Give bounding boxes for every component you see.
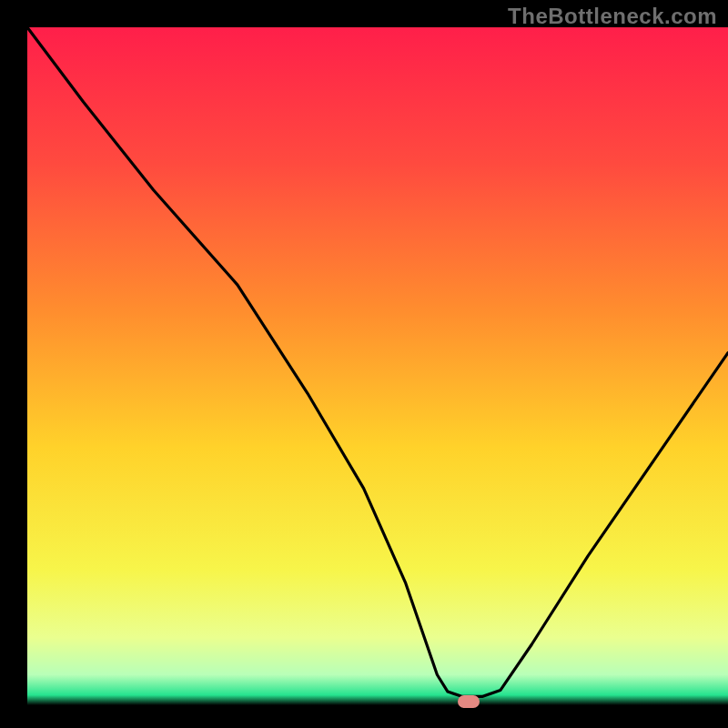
plot-svg xyxy=(27,27,728,705)
watermark-text: TheBottleneck.com xyxy=(508,4,717,29)
plot-frame xyxy=(27,27,728,705)
plot-background xyxy=(27,27,728,705)
chart-stage: TheBottleneck.com xyxy=(0,0,728,728)
